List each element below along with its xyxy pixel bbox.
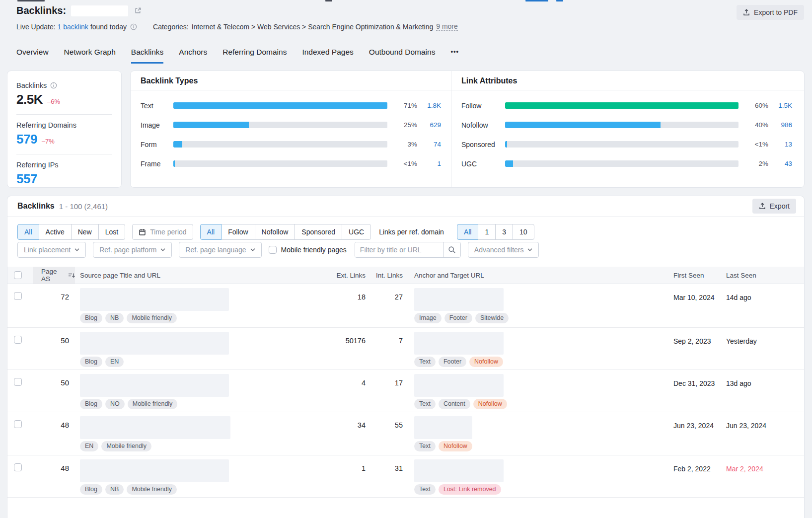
time-period-button[interactable]: Time period: [132, 224, 193, 240]
ref-page-platform-label: Ref. page platform: [99, 246, 156, 254]
tag-nofollow: Nofollow: [469, 357, 503, 367]
anchor-redacted-link[interactable]: [414, 374, 504, 397]
row-checkbox[interactable]: [14, 292, 22, 300]
stat-label: Backlinks: [16, 81, 47, 89]
tab-backlinks[interactable]: Backlinks: [131, 48, 163, 64]
links-per-domain-label: Links per ref. domain: [379, 228, 444, 236]
chart-count-link[interactable]: 74: [421, 141, 441, 148]
select-all-checkbox-box[interactable]: [14, 271, 22, 279]
links-per-domain-option-3[interactable]: 3: [495, 224, 513, 240]
chart-count-link[interactable]: 43: [772, 160, 792, 167]
info-icon[interactable]: [50, 82, 57, 89]
links-per-domain-option-10[interactable]: 10: [513, 224, 534, 240]
tag-footer: Footer: [439, 357, 466, 367]
chart-percent-label: <1%: [394, 160, 417, 167]
chart-percent-label: 2%: [745, 160, 768, 167]
last-seen-value: Yesterday: [726, 337, 757, 345]
row-checkbox[interactable]: [14, 378, 22, 386]
row-checkbox[interactable]: [14, 336, 22, 344]
tabs-more-icon[interactable]: •••: [450, 48, 459, 64]
ref-page-platform-dropdown[interactable]: Ref. page platform: [93, 242, 172, 258]
tab-indexed-pages[interactable]: Indexed Pages: [302, 48, 353, 64]
status-filter-option-new[interactable]: New: [71, 224, 99, 240]
anchor-redacted-link[interactable]: [414, 459, 504, 482]
status-filter-option-lost[interactable]: Lost: [98, 224, 125, 240]
search-button[interactable]: [443, 242, 460, 258]
first-seen-value: Mar 10, 2024: [673, 294, 715, 301]
chart-count-link[interactable]: 13: [772, 141, 792, 148]
row-checkbox[interactable]: [14, 463, 22, 471]
chart-row-ugc: UGC2%43: [461, 154, 792, 173]
stat-value[interactable]: 557: [16, 171, 37, 187]
charts-card: Backlink Types Text71%1.8KImage25%629For…: [130, 71, 805, 188]
column-header-page-as[interactable]: Page AS: [33, 267, 75, 284]
backlink-types-chart: Text71%1.8KImage25%629Form3%74Frame<1%1: [131, 90, 451, 173]
ext-links-value: 4: [305, 379, 366, 387]
tab-referring-domains[interactable]: Referring Domains: [222, 48, 287, 64]
link-attributes-chart: Follow60%1.5KNofollow40%986Sponsored<1%1…: [451, 90, 804, 173]
page-as-label: Page AS: [41, 268, 65, 283]
stat-value[interactable]: 579: [16, 132, 37, 147]
chart-count-link[interactable]: 1.8K: [421, 102, 441, 109]
chart-category-label: Nofollow: [461, 121, 505, 129]
tag-text: Text: [414, 357, 436, 367]
anchor-redacted-link[interactable]: [414, 416, 472, 439]
advanced-filters-dropdown[interactable]: Advanced filters: [468, 242, 539, 258]
last-seen-value: Jun 23, 2024: [726, 422, 766, 430]
source-page-redacted-link[interactable]: [80, 332, 229, 355]
backlink-types-panel: Backlink Types Text71%1.8KImage25%629For…: [131, 71, 451, 187]
export-button[interactable]: Export: [752, 199, 796, 214]
chart-count-link[interactable]: 1.5K: [772, 102, 792, 109]
tab-anchors[interactable]: Anchors: [179, 48, 207, 64]
tag-mobile-friendly: Mobile friendly: [128, 399, 178, 409]
source-page-redacted-link[interactable]: [80, 288, 229, 311]
tag-blog: Blog: [80, 399, 102, 409]
chart-count-link[interactable]: 986: [772, 121, 792, 129]
status-filter-option-all[interactable]: All: [17, 224, 39, 240]
attribute-filter-option-all[interactable]: All: [200, 224, 222, 240]
tabs: OverviewNetwork GraphBacklinksAnchorsRef…: [16, 48, 459, 64]
source-page-redacted-link[interactable]: [80, 416, 230, 439]
column-header-source-page: Source page Title and URL: [80, 267, 160, 284]
chevron-down-icon: [250, 248, 255, 251]
first-seen-value: Sep 2, 2023: [673, 337, 711, 345]
export-to-pdf-button[interactable]: Export to PDF: [737, 5, 804, 20]
attribute-filter-segmented-control: AllFollowNofollowSponsoredUGC: [200, 224, 371, 240]
chart-count-link[interactable]: 1: [421, 160, 441, 167]
source-page-redacted-link[interactable]: [80, 459, 229, 482]
first-seen-value: Dec 31, 2023: [673, 379, 715, 387]
title-url-filter-input[interactable]: [355, 242, 443, 257]
ref-page-language-dropdown[interactable]: Ref. page language: [179, 242, 261, 258]
chart-count-link[interactable]: 629: [421, 121, 441, 129]
time-period-label: Time period: [150, 228, 186, 236]
tab-overview[interactable]: Overview: [16, 48, 49, 64]
tab-outbound-domains[interactable]: Outbound Domains: [369, 48, 436, 64]
export-icon: [743, 9, 750, 16]
tab-network-graph[interactable]: Network Graph: [64, 48, 116, 64]
chart-bar-fill: [173, 102, 387, 109]
tag-en: EN: [80, 441, 98, 451]
external-link-icon[interactable]: [134, 7, 142, 14]
source-tags: ENMobile friendly: [80, 441, 151, 451]
live-update-link[interactable]: 1 backlink: [58, 23, 88, 31]
stat-label-row: Backlinks: [16, 81, 112, 89]
links-per-domain-option-1[interactable]: 1: [478, 224, 496, 240]
attribute-filter-option-nofollow[interactable]: Nofollow: [255, 224, 295, 240]
source-page-redacted-link[interactable]: [80, 374, 229, 397]
stat-label-row: Referring Domains: [16, 121, 112, 129]
anchor-tags: TextLost: Link removed: [414, 484, 501, 495]
categories-more-link[interactable]: 9 more: [436, 22, 458, 31]
status-filter-option-active[interactable]: Active: [39, 224, 72, 240]
row-checkbox[interactable]: [14, 420, 22, 428]
info-icon[interactable]: [130, 23, 137, 30]
tag-blog: Blog: [80, 484, 102, 495]
links-per-domain-option-all[interactable]: All: [457, 224, 479, 240]
select-all-checkbox[interactable]: [14, 267, 22, 284]
anchor-redacted-link[interactable]: [414, 288, 504, 311]
attribute-filter-option-follow[interactable]: Follow: [221, 224, 255, 240]
anchor-redacted-link[interactable]: [414, 332, 504, 355]
attribute-filter-option-sponsored[interactable]: Sponsored: [295, 224, 342, 240]
link-placement-dropdown[interactable]: Link placement: [17, 242, 86, 258]
mobile-friendly-pages-checkbox[interactable]: [269, 246, 277, 254]
attribute-filter-option-ugc[interactable]: UGC: [342, 224, 371, 240]
